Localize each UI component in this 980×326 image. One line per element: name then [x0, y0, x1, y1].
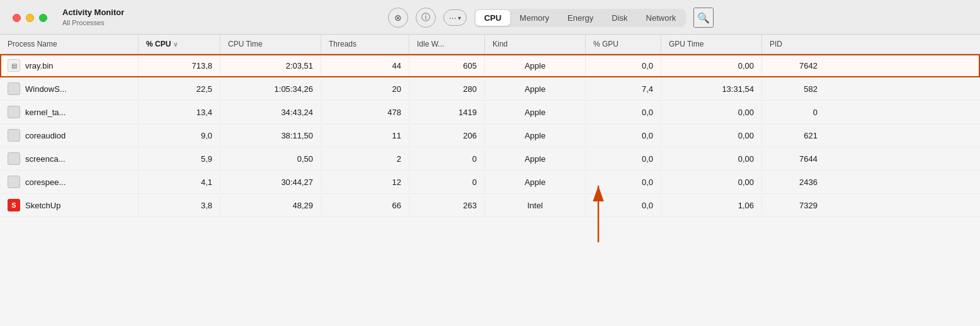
- col-gpu-time[interactable]: GPU Time: [661, 35, 762, 53]
- kind-cell: Apple: [485, 56, 586, 76]
- tab-memory[interactable]: Memory: [511, 10, 558, 26]
- threads-cell: 66: [321, 196, 409, 215]
- kind-cell: Apple: [485, 79, 586, 99]
- cpu-pct-cell: 9,0: [139, 126, 220, 145]
- process-name: kernel_ta...: [25, 108, 66, 117]
- idle-w-cell: 280: [409, 79, 485, 99]
- gpu-pct-cell: 0,0: [586, 172, 661, 192]
- cpu-time-cell: 30:44,27: [220, 172, 321, 192]
- pid-cell: 7329: [762, 196, 825, 215]
- process-name-cell: screenca...: [0, 147, 139, 170]
- gpu-pct-cell: 0,0: [586, 196, 661, 215]
- process-table: Process Name % CPU ∨ CPU Time Threads Id…: [0, 35, 980, 217]
- more-icon: ···: [449, 13, 457, 23]
- info-icon: ⓘ: [421, 12, 430, 23]
- cpu-pct-cell: 13,4: [139, 103, 220, 122]
- process-name: corespee...: [25, 177, 66, 187]
- process-icon: ▤: [8, 59, 20, 72]
- process-name-cell: WindowS...: [0, 77, 139, 100]
- kind-cell: Apple: [485, 172, 586, 192]
- cpu-time-cell: 0,50: [220, 149, 321, 169]
- gpu-pct-cell: 0,0: [586, 149, 661, 169]
- threads-cell: 12: [321, 172, 409, 192]
- cpu-pct-cell: 4,1: [139, 172, 220, 192]
- table-row[interactable]: S SketchUp 3,8 48,29 66 263 Intel 0,0 1,…: [0, 194, 980, 217]
- threads-cell: 11: [321, 126, 409, 145]
- cpu-time-cell: 48,29: [220, 196, 321, 215]
- tab-disk[interactable]: Disk: [603, 10, 636, 26]
- search-button[interactable]: 🔍: [693, 8, 714, 28]
- col-kind[interactable]: Kind: [485, 35, 586, 53]
- toolbar-center: ⊗ ⓘ ··· ▾ CPU Memory Energy Disk Network…: [134, 8, 967, 28]
- col-gpu-pct[interactable]: % GPU: [586, 35, 661, 53]
- close-button[interactable]: [13, 14, 21, 22]
- tab-energy[interactable]: Energy: [559, 10, 602, 26]
- gpu-time-cell: 0,00: [661, 103, 762, 122]
- gpu-time-cell: 0,00: [661, 172, 762, 192]
- process-name-cell: kernel_ta...: [0, 101, 139, 123]
- table-row[interactable]: WindowS... 22,5 1:05:34,26 20 280 Apple …: [0, 77, 980, 101]
- col-process-name[interactable]: Process Name: [0, 35, 139, 53]
- pid-cell: 7642: [762, 56, 825, 76]
- threads-cell: 20: [321, 79, 409, 99]
- threads-cell: 44: [321, 56, 409, 76]
- gpu-time-cell: 0,00: [661, 56, 762, 76]
- process-icon: [8, 152, 20, 165]
- tab-network[interactable]: Network: [637, 10, 685, 26]
- process-name-cell: coreaudiod: [0, 124, 139, 147]
- kind-cell: Apple: [485, 126, 586, 145]
- tab-group: CPU Memory Energy Disk Network: [474, 9, 687, 27]
- process-icon: [8, 129, 20, 142]
- process-name-cell: S SketchUp: [0, 194, 139, 216]
- cpu-pct-cell: 713,8: [139, 56, 220, 76]
- idle-w-cell: 206: [409, 126, 485, 145]
- tab-cpu[interactable]: CPU: [476, 10, 510, 26]
- process-name: coreaudiod: [25, 131, 66, 140]
- gpu-pct-cell: 0,0: [586, 103, 661, 122]
- cpu-time-cell: 1:05:34,26: [220, 79, 321, 99]
- gpu-time-cell: 1,06: [661, 196, 762, 215]
- table-row[interactable]: screenca... 5,9 0,50 2 0 Apple 0,0 0,00 …: [0, 147, 980, 171]
- kind-cell: Apple: [485, 103, 586, 122]
- gpu-pct-cell: 0,0: [586, 126, 661, 145]
- kind-cell: Intel: [485, 196, 586, 215]
- gpu-time-cell: 0,00: [661, 126, 762, 145]
- idle-w-cell: 263: [409, 196, 485, 215]
- sort-arrow-icon: ∨: [173, 41, 178, 48]
- maximize-button[interactable]: [39, 14, 47, 22]
- cpu-pct-cell: 22,5: [139, 79, 220, 99]
- table-row[interactable]: coreaudiod 9,0 38:11,50 11 206 Apple 0,0…: [0, 124, 980, 147]
- col-cpu-time[interactable]: CPU Time: [220, 35, 321, 53]
- app-info: Activity Monitor All Processes: [62, 8, 124, 27]
- table-row[interactable]: kernel_ta... 13,4 34:43,24 478 1419 Appl…: [0, 101, 980, 124]
- search-icon: 🔍: [697, 12, 710, 24]
- table-row[interactable]: ▤ vray.bin 713,8 2:03,51 44 605 Apple 0,…: [0, 54, 980, 77]
- threads-cell: 2: [321, 149, 409, 169]
- process-name: SketchUp: [25, 201, 60, 210]
- more-button[interactable]: ··· ▾: [443, 9, 467, 26]
- gpu-pct-cell: 0,0: [586, 56, 661, 76]
- pid-cell: 7644: [762, 149, 825, 169]
- table-row[interactable]: corespee... 4,1 30:44,27 12 0 Apple 0,0 …: [0, 171, 980, 194]
- idle-w-cell: 1419: [409, 103, 485, 122]
- gpu-time-cell: 13:31,54: [661, 79, 762, 99]
- pid-cell: 621: [762, 126, 825, 145]
- stop-process-button[interactable]: ⊗: [388, 8, 408, 28]
- col-idle-w[interactable]: Idle W...: [409, 35, 485, 53]
- cpu-pct-cell: 3,8: [139, 196, 220, 215]
- cpu-time-cell: 2:03,51: [220, 56, 321, 76]
- col-cpu-pct[interactable]: % CPU ∨: [139, 35, 220, 53]
- idle-w-cell: 0: [409, 149, 485, 169]
- pid-cell: 582: [762, 79, 825, 99]
- inspect-button[interactable]: ⓘ: [416, 8, 436, 28]
- process-name: WindowS...: [25, 84, 67, 94]
- minimize-button[interactable]: [26, 14, 34, 22]
- pid-cell: 0: [762, 103, 825, 122]
- process-icon: [8, 176, 20, 188]
- stop-icon: ⊗: [394, 13, 402, 23]
- col-threads[interactable]: Threads: [321, 35, 409, 53]
- col-pid[interactable]: PID: [762, 35, 825, 53]
- process-icon: S: [8, 199, 20, 211]
- threads-cell: 478: [321, 103, 409, 122]
- chevron-down-icon: ▾: [458, 14, 461, 21]
